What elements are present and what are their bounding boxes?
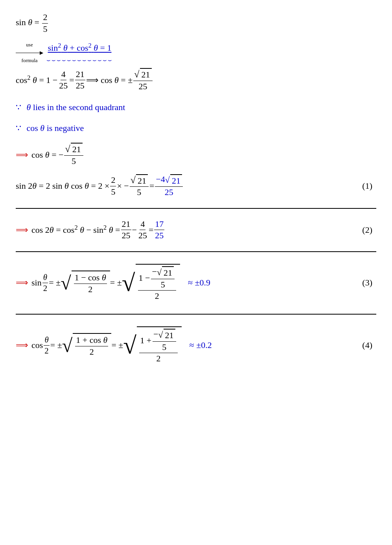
frac-2-5-c: 2 5 [110,175,116,197]
use-text: use [26,41,33,49]
frac-complex-cos: 1 + −√21 5 2 [139,329,177,365]
sqrt-21-top: √ 21 [134,68,151,81]
eq-sign-1: = [69,72,74,89]
frac-sqrt21-5-c: √ 21 5 [130,174,149,198]
sin-theta-label: sin θ = [16,17,41,27]
approx-1: ≈ ±0.9 [188,274,210,291]
frac-4-25-b: 4 25 [138,219,148,241]
divider-2 [16,251,376,252]
therefore-1: ∵ [16,102,21,112]
cos-half-equals: = ± [50,337,62,354]
sqrt-symbol-big-1: √ [61,274,71,292]
formula-annotation-line: use ▶ formula sin2 θ + cos2 θ = 1 ⌣⌣⌣⌣⌣⌣… [16,41,376,65]
cos-half-line: ⟹ cos θ 2 = ± √ 1 + cos θ 2 = ± √ 1 + −√… [16,326,376,365]
big-sqrt-sin-half: √ 1 − cos θ 2 [61,271,110,295]
sqrt-21-d: √21 [165,174,182,187]
big-sqrt-cos-half-2: √ 1 + −√21 5 2 [123,326,181,365]
cos-equals: cos θ = − [31,146,63,164]
cos2theta-start: cos 2θ = cos2 θ − sin2 θ = [31,221,120,239]
sin-half-equals: = ± [49,274,61,291]
frac-sqrt21-5-b: √ 21 5 [64,143,83,167]
sqrt-outer-content-2: 1 + −√21 5 2 [137,326,181,365]
frac-neg4sqrt21-25: −4√21 25 [155,174,183,198]
underbrace-line: ⌣⌣⌣⌣⌣⌣⌣⌣⌣⌣⌣⌣⌣ [46,55,113,65]
implies-3: ⟹ [16,221,28,239]
sin2theta-line: sin 2θ = 2 sin θ cos θ = 2 × 2 5 × − √ 2… [16,174,376,198]
approx-2: ≈ ±0.2 [190,337,212,354]
fraction-2-5: 2 5 [42,12,48,35]
arrow: ▶ [16,49,43,57]
frac-sqrt21-5: √ 21 25 [133,68,152,92]
cos-negative-text: cos θ is negative [27,123,84,133]
frac-17-25: 17 25 [154,219,164,241]
therefore-2: ∵ [16,123,21,133]
sqrt-21-c: √ 21 [131,174,148,187]
frac-neg-sqrt21-5: −√21 5 [151,266,175,290]
cos-squared-line: cos2 θ = 1 − 4 25 = 21 25 ⟹ cos θ = ± √ … [16,68,376,92]
cos-negative-note: ∵ cos θ is negative [16,121,376,135]
implies-5: ⟹ [16,337,28,354]
sqrt-symbol-big-2: √ [62,337,73,354]
pythagorean-identity: sin2 θ + cos2 θ = 1 [48,41,112,55]
big-sqrt-sin-half-2: √ 1 − −√21 5 2 [122,264,180,302]
eq-sign-4: = ± [111,337,123,354]
frac-21-25-b: 21 25 [121,219,131,241]
sqrt-symbol-outer-1: √ [122,272,135,293]
eq-number-2: (2) [362,221,376,239]
implies-1: ⟹ cos θ = ± [86,72,133,89]
times-neg: × − [117,177,129,195]
eq-number-1: (1) [362,177,376,195]
cos2theta-line: ⟹ cos 2θ = cos2 θ − sin2 θ = 21 25 − 4 2… [16,219,376,241]
given-equation: sin θ = 2 5 [16,12,376,35]
sqrt-outer-content-1: 1 − −√21 5 2 [136,264,180,302]
sqrt-content-2: 1 + cos θ 2 [73,333,111,357]
frac-21-25: 21 25 [75,69,85,92]
eq-number-4: (4) [362,337,376,354]
eq-sign-3: = ± [110,274,122,291]
frac-theta-2: θ 2 [42,272,48,294]
sin-half-label: sin [31,274,42,291]
divider-1 [16,208,376,209]
frac-theta-2-b: θ 2 [44,335,49,356]
frac-complex-sin: 1 − −√21 5 2 [138,266,176,302]
minus-sign: − [132,221,137,239]
sqrt-content-1: 1 − cos θ 2 [72,271,110,295]
pythagorean-formula: sin2 θ + cos2 θ = 1 ⌣⌣⌣⌣⌣⌣⌣⌣⌣⌣⌣⌣⌣ [46,41,113,65]
frac-1-minus-cos-over-2: 1 − cos θ 2 [74,272,107,295]
big-sqrt-cos-half: √ 1 + cos θ 2 [62,333,112,357]
divider-3 [16,314,376,315]
second-quadrant-note: ∵ θ lies in the second quadrant [16,100,376,114]
cos-half-label: cos [31,337,43,354]
sin2theta-start: sin 2θ = 2 sin θ cos θ = 2 × [16,177,109,195]
sqrt-21-b: √ 21 [65,143,82,155]
cos-value-line: ⟹ cos θ = − √ 21 5 [16,143,376,167]
second-quadrant-text: θ lies in the second quadrant [27,102,125,112]
frac-neg-sqrt21-5-b: −√21 5 [153,329,176,353]
implies-4: ⟹ [16,274,28,291]
formula-text: formula [21,57,37,65]
eq-sign-2: = [149,221,153,239]
sin-half-line: ⟹ sin θ 2 = ± √ 1 − cos θ 2 = ± √ 1 − −√… [16,264,376,302]
eq-number-3: (3) [362,274,376,291]
implies-2: ⟹ [16,146,28,164]
sqrt-symbol-outer-2: √ [123,335,136,355]
equals-result: = [149,177,154,195]
frac-4-25: 4 25 [58,69,68,92]
cos2-start: cos2 θ = 1 − [16,71,57,89]
annotation-block: use ▶ formula [16,41,43,65]
frac-1-plus-cos-over-2: 1 + cos θ 2 [75,335,108,357]
